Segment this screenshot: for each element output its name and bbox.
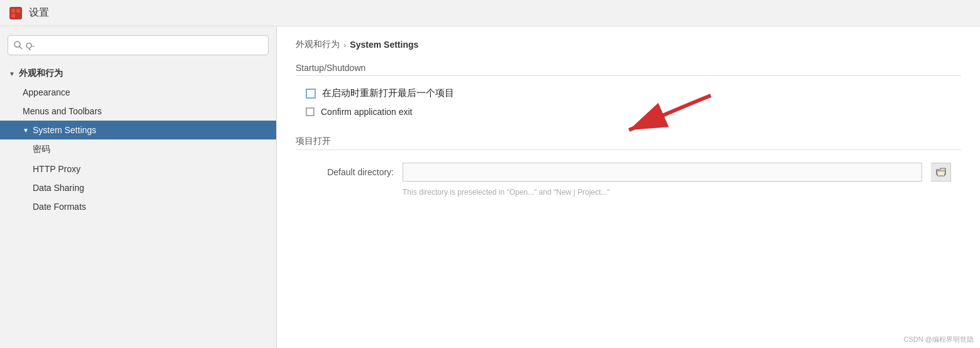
project-open-title: 项目打开 (296, 136, 961, 150)
active-arrow-icon: ▼ (23, 127, 29, 134)
section-header-label: 外观和行为 (19, 68, 63, 79)
folder-icon (936, 168, 946, 177)
sidebar-section-appearance-behavior[interactable]: ▼ 外观和行为 (0, 64, 276, 83)
browse-button[interactable] (931, 163, 951, 182)
project-open-section: 项目打开 Default directory: This directory i… (296, 136, 961, 197)
directory-hint: This directory is preselected in "Open..… (296, 188, 961, 197)
search-icon (13, 40, 23, 50)
reopen-last-project-checkbox[interactable] (306, 89, 316, 99)
app-icon (9, 6, 23, 20)
collapse-arrow-icon: ▼ (9, 70, 15, 77)
reopen-last-project-row: 在启动时重新打开最后一个项目 (296, 84, 961, 103)
svg-rect-4 (16, 14, 20, 18)
svg-rect-1 (11, 9, 15, 13)
sidebar-item-data-sharing[interactable]: Data Sharing (0, 178, 276, 197)
default-directory-row: Default directory: (296, 158, 961, 187)
default-directory-input[interactable] (403, 163, 922, 182)
search-input[interactable] (26, 41, 263, 50)
reopen-last-project-label: 在启动时重新打开最后一个项目 (322, 87, 454, 99)
svg-point-5 (14, 41, 20, 47)
default-directory-label: Default directory: (306, 167, 394, 177)
sidebar-item-date-formats[interactable]: Date Formats (0, 197, 276, 216)
sidebar-item-password[interactable]: 密码 (0, 139, 276, 160)
window-title: 设置 (29, 6, 49, 19)
sidebar-item-http-proxy[interactable]: HTTP Proxy (0, 160, 276, 178)
breadcrumb: 外观和行为 › System Settings (296, 39, 961, 50)
content-area: 外观和行为 › System Settings Startup/Shutdown… (277, 26, 980, 348)
svg-line-6 (19, 46, 22, 49)
breadcrumb-parent: 外观和行为 (296, 39, 340, 50)
startup-shutdown-section: Startup/Shutdown 在启动时重新打开最后一个项目 Confirm … (296, 63, 961, 121)
breadcrumb-separator: › (343, 40, 346, 50)
sidebar-item-system-settings[interactable]: ▼ System Settings (0, 121, 276, 139)
startup-shutdown-title: Startup/Shutdown (296, 63, 961, 76)
sidebar: ▼ 外观和行为 Appearance Menus and Toolbars ▼ … (0, 26, 277, 348)
confirm-exit-label: Confirm application exit (321, 107, 413, 117)
svg-rect-3 (11, 14, 15, 18)
watermark: CSDN @编程界明世隐 (904, 335, 974, 344)
svg-rect-2 (16, 9, 20, 13)
sidebar-item-menus-toolbars[interactable]: Menus and Toolbars (0, 102, 276, 121)
breadcrumb-current: System Settings (350, 40, 418, 50)
title-bar: 设置 (0, 0, 980, 26)
confirm-exit-checkbox[interactable] (306, 107, 315, 116)
main-layout: ▼ 外观和行为 Appearance Menus and Toolbars ▼ … (0, 26, 980, 348)
confirm-exit-row: Confirm application exit (296, 103, 961, 121)
search-box[interactable] (8, 35, 269, 55)
sidebar-item-appearance[interactable]: Appearance (0, 83, 276, 102)
